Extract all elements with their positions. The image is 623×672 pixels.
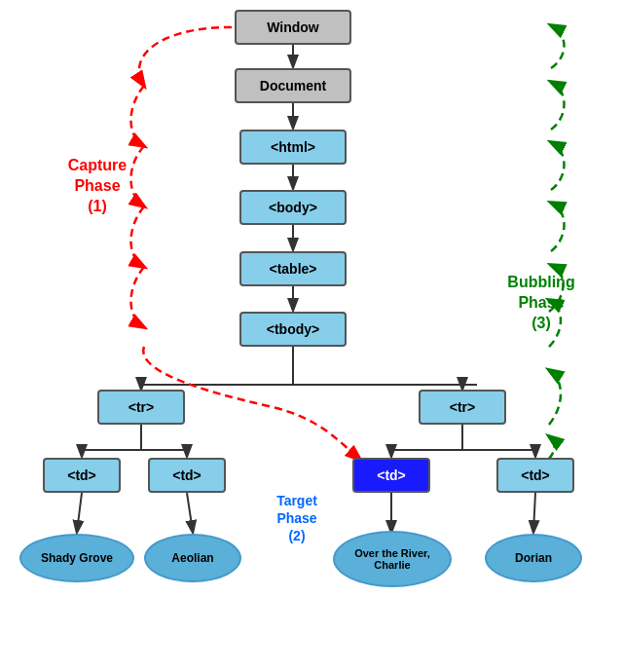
svg-line-17 <box>77 493 82 532</box>
td1-node: <td> <box>43 458 121 493</box>
shady-grove-node: Shady Grove <box>19 534 134 582</box>
window-node: Window <box>235 10 351 45</box>
svg-line-20 <box>533 493 535 532</box>
td2-node: <td> <box>148 458 226 493</box>
over-the-river-node: Over the River,Charlie <box>333 531 452 587</box>
event-propagation-diagram: Window Document <html> <body> <table> <t… <box>0 0 623 672</box>
td3-target-node: <td> <box>352 458 430 493</box>
tbody-node: <tbody> <box>239 312 347 347</box>
table-node: <table> <box>239 251 347 286</box>
tr1-node: <tr> <box>97 390 185 425</box>
tr2-node: <tr> <box>419 390 506 425</box>
bubbling-phase-label: BubblingPhase(3) <box>493 273 590 333</box>
target-phase-label: TargetPhase(2) <box>253 492 341 545</box>
capture-phase-label: CapturePhase(1) <box>54 156 141 216</box>
td4-node: <td> <box>496 458 574 493</box>
document-node: Document <box>235 68 351 103</box>
html-node: <html> <box>239 130 347 165</box>
aeolian-node: Aeolian <box>144 534 241 582</box>
svg-line-18 <box>187 493 193 532</box>
dorian-node: Dorian <box>485 534 582 582</box>
body-node: <body> <box>239 190 347 225</box>
